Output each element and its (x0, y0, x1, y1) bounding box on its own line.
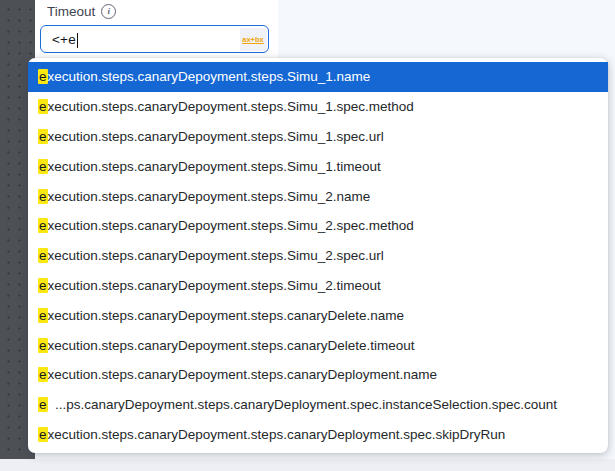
list-item[interactable]: execution.steps.canaryDepoyment.steps.Si… (28, 62, 608, 92)
match-highlight: e (38, 248, 48, 263)
list-item[interactable]: execution.steps.canaryDepoyment.steps.ca… (28, 360, 608, 390)
suggestion-text: xecution.steps.canaryDepoyment.steps.can… (48, 338, 415, 353)
timeout-label: Timeout (47, 4, 95, 19)
suggestion-text: xecution.steps.canaryDepoyment.steps.Sim… (48, 159, 381, 174)
input-type-expression-button[interactable]: ax+bx (240, 28, 267, 51)
suggestion-text: xecution.steps.canaryDepoyment.steps.Sim… (48, 99, 414, 114)
list-item[interactable]: execution.steps.canaryDepoyment.steps.Si… (28, 271, 608, 301)
suggestion-text: xecution.steps.canaryDepoyment.steps.Sim… (48, 278, 381, 293)
list-item[interactable]: execution.steps.canaryDepoyment.steps.Si… (28, 211, 608, 241)
match-highlight: e (38, 278, 48, 293)
suggestion-text: xecution.steps.canaryDepoyment.steps.can… (48, 427, 506, 442)
match-highlight: e (38, 308, 48, 323)
match-highlight: e (38, 338, 48, 353)
match-highlight: e (38, 218, 48, 233)
list-item[interactable]: execution.steps.canaryDepoyment.steps.Si… (28, 122, 608, 152)
list-item[interactable]: execution.steps.canaryDepoyment.steps.Si… (28, 181, 608, 211)
match-highlight: e (38, 427, 48, 442)
list-item[interactable]: execution.steps.canaryDepoyment.steps.Si… (28, 241, 608, 271)
match-highlight: e (38, 397, 48, 412)
match-highlight: e (38, 159, 48, 174)
timeout-input-value: <+e (41, 32, 76, 47)
suggestion-text: ...ps.canaryDepoyment.steps.canaryDeploy… (48, 397, 558, 412)
info-icon[interactable]: i (101, 4, 116, 19)
expression-icon: ax+bx (242, 35, 263, 44)
list-item[interactable]: execution.steps.canaryDepoyment.steps.Si… (28, 151, 608, 181)
timeout-input[interactable]: <+e ax+bx (40, 25, 269, 53)
list-item[interactable]: execution.steps.canaryDepoyment.steps.ca… (28, 420, 608, 450)
match-highlight: e (38, 129, 48, 144)
match-highlight: e (38, 69, 48, 84)
suggestion-text: xecution.steps.canaryDepoyment.steps.can… (48, 367, 437, 382)
list-item[interactable]: execution.steps.canaryDepoyment.steps.ca… (28, 330, 608, 360)
match-highlight: e (38, 189, 48, 204)
timeout-field-label-row: Timeout i (47, 4, 116, 19)
match-highlight: e (38, 99, 48, 114)
list-item[interactable]: execution.steps.canaryDepoyment.steps.ca… (28, 300, 608, 330)
panel-footer-strip (0, 459, 615, 471)
suggestion-text: xecution.steps.canaryDepoyment.steps.Sim… (48, 248, 384, 263)
list-item[interactable]: execution.steps.canaryDepoyment.steps.Si… (28, 92, 608, 122)
suggestion-text: xecution.steps.canaryDepoyment.steps.Sim… (48, 218, 414, 233)
list-item[interactable]: e ...ps.canaryDepoyment.steps.canaryDepl… (28, 390, 608, 420)
suggestion-text: xecution.steps.canaryDepoyment.steps.Sim… (48, 69, 371, 84)
text-caret (77, 33, 78, 48)
expression-autocomplete-dropdown: execution.steps.canaryDepoyment.steps.Si… (28, 58, 608, 453)
match-highlight: e (38, 367, 48, 382)
suggestion-text: xecution.steps.canaryDepoyment.steps.Sim… (48, 189, 371, 204)
suggestion-text: xecution.steps.canaryDepoyment.steps.Sim… (48, 129, 384, 144)
suggestion-text: xecution.steps.canaryDepoyment.steps.can… (48, 308, 404, 323)
